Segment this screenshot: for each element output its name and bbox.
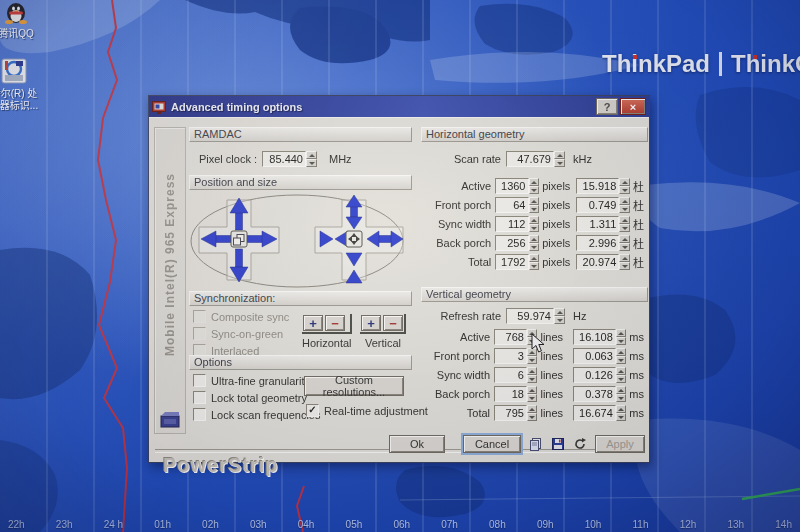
spinner-up-icon[interactable] [529,254,540,262]
spinner-down-icon[interactable] [616,413,627,421]
checkbox-lock-total-geometry[interactable]: Lock total geometry [193,391,320,404]
checkbox-sync-on-green[interactable]: Sync-on-green [193,327,289,340]
spinner-down-icon[interactable] [616,337,627,345]
checkbox-ultra-fine-granularity[interactable]: Ultra-fine granularity [193,374,320,387]
geometry-time-spinner[interactable] [616,405,627,421]
geometry-time-spinner[interactable] [616,386,627,402]
geometry-time-field[interactable]: 0.126 [573,367,615,383]
apply-button[interactable]: Apply [595,435,645,453]
spinner-up-icon[interactable] [616,405,627,413]
geometry-time-field[interactable]: 0.749 [576,197,619,213]
spinner-down-icon[interactable] [529,205,540,213]
geometry-time-spinner[interactable] [616,367,627,383]
spinner-up-icon[interactable] [616,367,627,375]
geometry-time-spinner[interactable] [619,178,630,194]
scan-rate-spinner[interactable] [554,151,565,167]
desktop-icon-qq[interactable]: 腾讯QQ [0,2,42,40]
scan-rate-field[interactable]: 47.679 [506,151,554,167]
checkbox-lock-scan-frequencies[interactable]: Lock scan frequencies [193,408,320,421]
geometry-value-spinner[interactable] [529,197,540,213]
geometry-value-spinner[interactable] [527,405,538,421]
spinner-up-icon[interactable] [554,151,565,159]
save-icon[interactable] [550,436,566,452]
spinner-down-icon[interactable] [529,243,540,251]
checkbox-box[interactable] [193,327,206,340]
ok-button[interactable]: Ok [389,435,445,453]
spinner-down-icon[interactable] [619,243,630,251]
geometry-time-field[interactable]: 0.378 [573,386,615,402]
geometry-value-field[interactable]: 768 [494,329,527,345]
spinner-up-icon[interactable] [616,348,627,356]
spinner-up-icon[interactable] [306,151,317,159]
spinner-up-icon[interactable] [619,197,630,205]
spinner-down-icon[interactable] [529,186,540,194]
geometry-value-field[interactable]: 3 [494,348,527,364]
geometry-time-spinner[interactable] [616,329,627,345]
geometry-value-field[interactable]: 256 [495,235,528,251]
spinner-up-icon[interactable] [529,197,540,205]
geometry-value-field[interactable]: 1792 [495,254,528,270]
spinner-down-icon[interactable] [619,262,630,270]
geometry-time-field[interactable]: 1.311 [576,216,619,232]
spinner-up-icon[interactable] [529,235,540,243]
close-button[interactable]: × [620,98,646,115]
spinner-up-icon[interactable] [527,386,538,394]
pixel-clock-spinner[interactable] [306,151,317,167]
checkbox-box[interactable] [193,391,206,404]
geometry-time-spinner[interactable] [619,197,630,213]
desktop-icon-intel-utility[interactable]: 特尔(R) 处 理器标识... [0,58,40,112]
spinner-up-icon[interactable] [619,235,630,243]
spinner-up-icon[interactable] [554,308,565,316]
horizontal-plus-button[interactable]: + [303,315,323,331]
spinner-down-icon[interactable] [616,356,627,364]
spinner-down-icon[interactable] [619,224,630,232]
spinner-up-icon[interactable] [527,367,538,375]
spinner-up-icon[interactable] [619,254,630,262]
spinner-up-icon[interactable] [616,386,627,394]
spinner-down-icon[interactable] [529,262,540,270]
geometry-time-spinner[interactable] [619,216,630,232]
custom-resolutions-button[interactable]: Custom resolutions... [304,376,404,396]
spinner-down-icon[interactable] [554,159,565,167]
move-right-arrow-icon[interactable] [247,236,263,243]
geometry-value-field[interactable]: 112 [495,216,528,232]
geometry-time-field[interactable]: 15.918 [576,178,619,194]
checkbox-box[interactable] [193,374,206,387]
checkbox-box[interactable] [193,408,206,421]
cancel-button[interactable]: Cancel [463,435,521,453]
geometry-value-spinner[interactable] [527,367,538,383]
geometry-value-spinner[interactable] [529,254,540,270]
pixel-clock-field[interactable]: 85.440 [262,151,306,167]
spinner-down-icon[interactable] [527,375,538,383]
refresh-rate-spinner[interactable] [554,308,565,324]
checkbox-box[interactable]: ✓ [306,404,319,417]
clipboard-icon[interactable] [528,436,544,452]
spinner-up-icon[interactable] [619,216,630,224]
geometry-time-spinner[interactable] [616,348,627,364]
spinner-down-icon[interactable] [529,224,540,232]
dialog-titlebar[interactable]: Advanced timing options ? × [149,96,649,117]
geometry-time-spinner[interactable] [619,254,630,270]
move-left-arrow-icon[interactable] [215,236,231,243]
spinner-up-icon[interactable] [529,178,540,186]
geometry-value-spinner[interactable] [529,178,540,194]
geometry-value-spinner[interactable] [529,216,540,232]
spinner-up-icon[interactable] [529,216,540,224]
position-size-controls[interactable] [189,192,411,290]
refresh-icon[interactable] [572,436,588,452]
spinner-down-icon[interactable] [616,394,627,402]
geometry-value-field[interactable]: 64 [495,197,528,213]
move-up-arrow-icon[interactable] [236,212,243,230]
geometry-time-spinner[interactable] [619,235,630,251]
geometry-time-field[interactable]: 16.108 [573,329,615,345]
checkbox-box[interactable] [193,310,206,323]
spinner-down-icon[interactable] [554,316,565,324]
help-button[interactable]: ? [596,98,618,115]
move-down-arrow-icon[interactable] [236,249,243,267]
geometry-time-field[interactable]: 20.974 [576,254,619,270]
checkbox-composite-sync[interactable]: Composite sync [193,310,289,323]
spinner-up-icon[interactable] [527,405,538,413]
spinner-down-icon[interactable] [527,413,538,421]
spinner-down-icon[interactable] [527,356,538,364]
refresh-rate-field[interactable]: 59.974 [506,308,554,324]
